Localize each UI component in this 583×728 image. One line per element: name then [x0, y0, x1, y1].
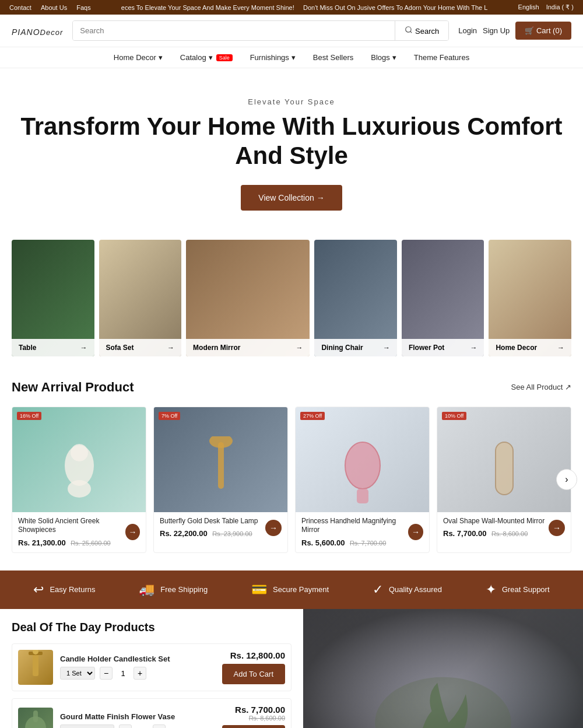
product-info-0: White Solid Ancient Greek Showpieces Rs.… — [12, 512, 146, 552]
quality-icon: ✓ — [373, 582, 383, 597]
svg-point-4 — [71, 444, 88, 461]
nav-furnishings[interactable]: Furnishings ▾ — [250, 53, 296, 62]
product-price-3: Rs. 7,700.00 — [443, 529, 486, 538]
contact-link[interactable]: Contact — [9, 4, 31, 11]
product-card-1[interactable]: 7% Off Butterfly Gold Desk Table Lamp Rs… — [153, 407, 288, 553]
main-nav: Home Decor ▾ Catalog ▾ Sale Furnishings … — [0, 47, 583, 68]
nav-catalog[interactable]: Catalog ▾ Sale — [180, 53, 233, 62]
deal-qty-plus-0[interactable]: + — [134, 667, 146, 680]
category-grid: Table → Sofa Set → Modern Mirror → Dinin… — [0, 228, 583, 368]
product-price-2: Rs. 5,600.00 — [301, 538, 345, 547]
feature-returns: ↩ Easy Returns — [33, 582, 95, 597]
about-link[interactable]: About Us — [41, 4, 67, 11]
deal-qty-minus-0[interactable]: − — [100, 667, 113, 680]
see-all-link[interactable]: See All Product ↗ — [511, 383, 572, 391]
deal-right-image — [303, 609, 583, 728]
view-collection-button[interactable]: View Collection → — [241, 185, 342, 211]
support-icon: ✦ — [486, 582, 496, 597]
deal-product-image-0 — [18, 650, 53, 685]
header-actions: Login Sign Up 🛒 Cart (0) — [458, 22, 571, 40]
product-arrow-2[interactable]: → — [408, 524, 423, 540]
next-arrow-button[interactable]: › — [556, 469, 577, 490]
deal-controls-0: 1 Set − 1 + — [60, 667, 215, 680]
language-selector[interactable]: English — [518, 4, 539, 11]
product-card-2[interactable]: 27% Off Princess Handheld Magnifying Mir… — [295, 407, 430, 553]
nav-theme-features[interactable]: Theme Features — [414, 53, 469, 62]
feature-shipping: 🚚 Free Shipping — [139, 582, 208, 597]
add-to-cart-button-1[interactable]: Add To Cart — [222, 725, 285, 728]
product-name-0: White Solid Ancient Greek Showpieces — [18, 517, 125, 535]
deal-price-col-1: Rs. 7,700.00 Rs. 8,600.00 Add To Cart — [222, 705, 285, 728]
category-chair[interactable]: Dining Chair → — [314, 240, 397, 356]
svg-rect-8 — [357, 489, 368, 503]
signup-button[interactable]: Sign Up — [483, 26, 510, 35]
sale-badge: Sale — [216, 54, 233, 61]
faqs-link[interactable]: Faqs — [76, 4, 90, 11]
category-flower[interactable]: Flower Pot → — [402, 240, 484, 356]
hero-section: Elevate Your Space Transform Your Home W… — [0, 68, 583, 228]
header: PIANODecor Search Login Sign Up 🛒 Cart (… — [0, 15, 583, 47]
svg-rect-10 — [33, 653, 38, 676]
nav-home-decor[interactable]: Home Decor ▾ — [114, 53, 163, 62]
deal-section: Deal Of The Day Products Candle Holder C… — [0, 609, 583, 728]
deal-left: Deal Of The Day Products Candle Holder C… — [0, 609, 303, 728]
currency-selector[interactable]: India ( ₹ ) — [546, 4, 574, 11]
product-orig-price-1: Rs. 23,900.00 — [212, 530, 252, 537]
deal-product-0: Candle Holder Candlestick Set 1 Set − 1 … — [12, 643, 292, 691]
deal-qty-display-0: 1 — [117, 669, 129, 678]
category-sofa[interactable]: Sofa Set → — [99, 240, 182, 356]
deal-price-1: Rs. 7,700.00 — [222, 705, 285, 715]
search-bar: Search — [72, 20, 449, 41]
cart-button[interactable]: 🛒 Cart (0) — [515, 22, 571, 40]
svg-rect-9 — [496, 442, 513, 495]
product-arrow-0[interactable]: → — [125, 524, 140, 540]
search-button[interactable]: Search — [395, 21, 448, 40]
deal-product-1: Gourd Matte Finish Flower Vase Default T… — [12, 698, 292, 728]
deal-qty-select-0[interactable]: 1 Set — [60, 667, 95, 680]
deal-product-image-1 — [18, 708, 53, 728]
product-badge-2: 27% Off — [300, 412, 325, 420]
category-mirror[interactable]: Modern Mirror → — [186, 240, 310, 356]
shipping-label: Free Shipping — [160, 585, 208, 594]
nav-best-sellers[interactable]: Best Sellers — [313, 53, 353, 62]
deal-qty-minus-1[interactable]: − — [119, 724, 132, 728]
deal-product-name-1: Gourd Matte Finish Flower Vase — [60, 712, 215, 721]
product-price-1: Rs. 22,200.00 — [160, 529, 208, 538]
svg-point-3 — [68, 480, 91, 498]
quality-label: Quality Assured — [389, 585, 442, 594]
top-bar: Contact About Us Faqs eces To Elevate Yo… — [0, 0, 583, 15]
svg-line-1 — [410, 32, 412, 33]
product-arrow-1[interactable]: → — [265, 520, 282, 536]
nav-blogs[interactable]: Blogs ▾ — [371, 53, 396, 62]
product-badge-0: 16% Off — [17, 412, 41, 420]
product-info-2: Princess Handheld Magnifying Mirror Rs. … — [296, 512, 429, 552]
product-arrow-3[interactable]: → — [549, 520, 565, 536]
product-image-3: 10% Off — [437, 407, 571, 512]
category-home[interactable]: Home Decor → — [489, 240, 571, 356]
add-to-cart-button-0[interactable]: Add To Cart — [222, 664, 285, 684]
product-card-3[interactable]: 10% Off Oval Shape Wall-Mounted Mirror R… — [437, 407, 571, 553]
logo[interactable]: PIANODecor — [12, 23, 63, 38]
product-name-1: Butterfly Gold Desk Table Lamp — [160, 517, 258, 526]
login-button[interactable]: Login — [458, 26, 477, 35]
top-bar-locale: English India ( ₹ ) — [518, 4, 574, 11]
product-orig-price-2: Rs. 7,700.00 — [350, 540, 386, 547]
product-card-0[interactable]: 16% Off White Solid Ancient Greek Showpi… — [12, 407, 146, 553]
returns-label: Easy Returns — [50, 585, 95, 594]
product-badge-3: 10% Off — [442, 412, 466, 420]
product-name-2: Princess Handheld Magnifying Mirror — [301, 517, 408, 535]
product-image-0: 16% Off — [12, 407, 146, 512]
product-orig-price-0: Rs. 25,600.00 — [71, 540, 111, 547]
product-name-3: Oval Shape Wall-Mounted Mirror — [443, 517, 545, 526]
features-bar: ↩ Easy Returns 🚚 Free Shipping 💳 Secure … — [0, 570, 583, 609]
feature-quality: ✓ Quality Assured — [373, 582, 442, 597]
svg-point-7 — [345, 442, 380, 489]
support-label: Great Support — [502, 585, 550, 594]
search-input[interactable] — [73, 21, 395, 40]
category-table[interactable]: Table → — [12, 240, 94, 356]
deal-orig-price-1: Rs. 8,600.00 — [222, 715, 285, 722]
new-arrivals-header: New Arrival Product See All Product ↗ — [0, 368, 583, 401]
deal-qty-plus-1[interactable]: + — [153, 724, 166, 728]
deal-product-info-0: Candle Holder Candlestick Set 1 Set − 1 … — [60, 654, 215, 680]
deal-qty-select-1[interactable]: Default Title — [60, 724, 114, 728]
